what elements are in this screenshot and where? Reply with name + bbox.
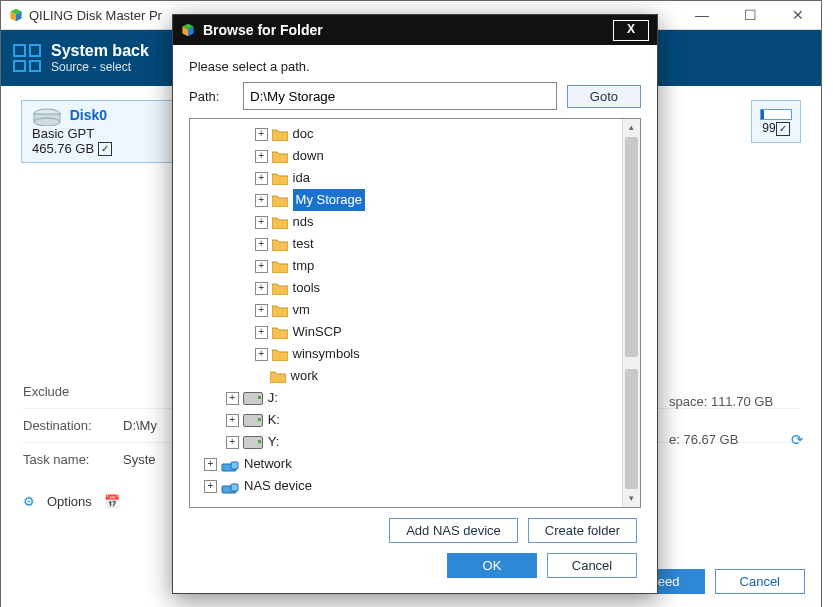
folder-icon — [272, 172, 288, 185]
tree-drive-label: J: — [268, 387, 278, 409]
expand-icon[interactable]: + — [204, 458, 217, 471]
expand-icon[interactable]: + — [255, 216, 268, 229]
tree-folder[interactable]: +winsymbols — [200, 343, 640, 365]
expand-icon[interactable]: + — [255, 304, 268, 317]
grid-icon — [13, 44, 41, 72]
expand-icon[interactable]: + — [255, 172, 268, 185]
folder-icon — [272, 238, 288, 251]
svg-rect-10 — [231, 462, 238, 469]
dialog-ok-button[interactable]: OK — [447, 553, 537, 578]
tree-folder[interactable]: +vm — [200, 299, 640, 321]
folder-tree[interactable]: +doc +down +ida +My Storage +nds +test +… — [189, 118, 641, 508]
schedule-icon[interactable]: 📅 — [104, 494, 120, 509]
page-subtitle: Source - select — [51, 60, 149, 74]
tree-folder-label: nds — [293, 211, 314, 233]
tree-folder-label: vm — [293, 299, 310, 321]
drive-icon — [243, 436, 263, 449]
tree-folder[interactable]: +WinSCP — [200, 321, 640, 343]
tree-folder-label: down — [293, 145, 324, 167]
partition-2[interactable]: 99✓ — [751, 100, 801, 143]
app-title: QILING Disk Master Pr — [29, 8, 162, 23]
tree-drive-label: K: — [268, 409, 280, 431]
destination-label: Destination: — [23, 418, 123, 433]
tree-scrollbar[interactable]: ▴ ▾ — [622, 119, 640, 507]
tree-folder[interactable]: +down — [200, 145, 640, 167]
tree-root-label: NAS device — [244, 475, 312, 497]
refresh-icon[interactable]: ⟳ — [791, 431, 804, 449]
expand-icon[interactable]: + — [255, 150, 268, 163]
expand-icon[interactable]: + — [204, 480, 217, 493]
tree-root[interactable]: +NAS device — [200, 475, 640, 497]
create-folder-button[interactable]: Create folder — [528, 518, 637, 543]
scroll-thumb[interactable] — [625, 369, 638, 489]
partition-2-label: 99 — [762, 121, 775, 135]
expand-icon[interactable]: + — [226, 436, 239, 449]
tree-folder[interactable]: +test — [200, 233, 640, 255]
drive-icon — [243, 414, 263, 427]
disk-summary[interactable]: Disk0 Basic GPT 465.76 GB ✓ — [21, 100, 173, 163]
tree-folder-label: tmp — [293, 255, 315, 277]
expand-icon[interactable]: + — [255, 326, 268, 339]
tree-folder-label: WinSCP — [293, 321, 342, 343]
tree-folder[interactable]: +tmp — [200, 255, 640, 277]
exclude-label: Exclude — [23, 384, 123, 399]
expand-icon[interactable]: + — [226, 414, 239, 427]
scroll-thumb[interactable] — [625, 137, 638, 357]
scroll-down-icon[interactable]: ▾ — [623, 490, 640, 507]
tree-folder[interactable]: +tools — [200, 277, 640, 299]
expand-icon[interactable]: + — [255, 194, 268, 207]
tree-folder-label: ida — [293, 167, 310, 189]
folder-icon — [272, 282, 288, 295]
page-title: System back — [51, 42, 149, 60]
expand-icon[interactable]: + — [255, 128, 268, 141]
free-space-b: e: 76.67 GB — [669, 432, 738, 447]
expand-icon[interactable]: + — [255, 282, 268, 295]
expand-icon[interactable]: + — [255, 238, 268, 251]
tree-folder-label: My Storage — [293, 189, 365, 211]
network-icon — [221, 480, 239, 492]
tree-folder-label: doc — [293, 123, 314, 145]
folder-icon — [272, 150, 288, 163]
taskname-value: Syste — [123, 452, 156, 467]
folder-icon — [272, 216, 288, 229]
gear-icon[interactable]: ⚙ — [23, 494, 35, 509]
path-input[interactable] — [243, 82, 557, 110]
close-button[interactable]: ✕ — [783, 7, 813, 23]
tree-drive[interactable]: +K: — [200, 409, 640, 431]
tree-drive[interactable]: +Y: — [200, 431, 640, 453]
expand-icon[interactable]: + — [226, 392, 239, 405]
cancel-button[interactable]: Cancel — [715, 569, 805, 594]
maximize-button[interactable]: ☐ — [735, 7, 765, 23]
tree-folder[interactable]: +doc — [200, 123, 640, 145]
tree-folder-label: tools — [293, 277, 320, 299]
tree-folder[interactable]: +ida — [200, 167, 640, 189]
scroll-up-icon[interactable]: ▴ — [623, 119, 640, 136]
options-link[interactable]: Options — [47, 494, 92, 509]
tree-drive[interactable]: +J: — [200, 387, 640, 409]
app-logo-icon — [9, 8, 23, 22]
partition-2-checkbox[interactable]: ✓ — [776, 122, 790, 136]
disk-size: 465.76 GB — [32, 141, 94, 156]
dialog-close-button[interactable]: X — [613, 20, 649, 41]
expand-icon[interactable]: + — [255, 260, 268, 273]
minimize-button[interactable]: — — [687, 7, 717, 23]
dialog-title-bar: Browse for Folder X — [173, 15, 657, 45]
tree-folder[interactable]: +My Storage — [200, 189, 640, 211]
tree-folder[interactable]: +nds — [200, 211, 640, 233]
window-controls: — ☐ ✕ — [687, 7, 813, 23]
disk-name: Disk0 — [70, 107, 107, 123]
tree-folder-label: test — [293, 233, 314, 255]
dialog-cancel-button[interactable]: Cancel — [547, 553, 637, 578]
drive-icon — [243, 392, 263, 405]
dialog-prompt: Please select a path. — [189, 59, 641, 74]
goto-button[interactable]: Goto — [567, 85, 641, 108]
network-icon — [221, 458, 239, 470]
svg-rect-12 — [231, 484, 238, 491]
add-nas-button[interactable]: Add NAS device — [389, 518, 518, 543]
folder-icon — [270, 370, 286, 383]
expand-icon[interactable]: + — [255, 348, 268, 361]
disk-checkbox[interactable]: ✓ — [98, 142, 112, 156]
folder-icon — [272, 348, 288, 361]
tree-folder[interactable]: work — [200, 365, 640, 387]
tree-root[interactable]: +Network — [200, 453, 640, 475]
